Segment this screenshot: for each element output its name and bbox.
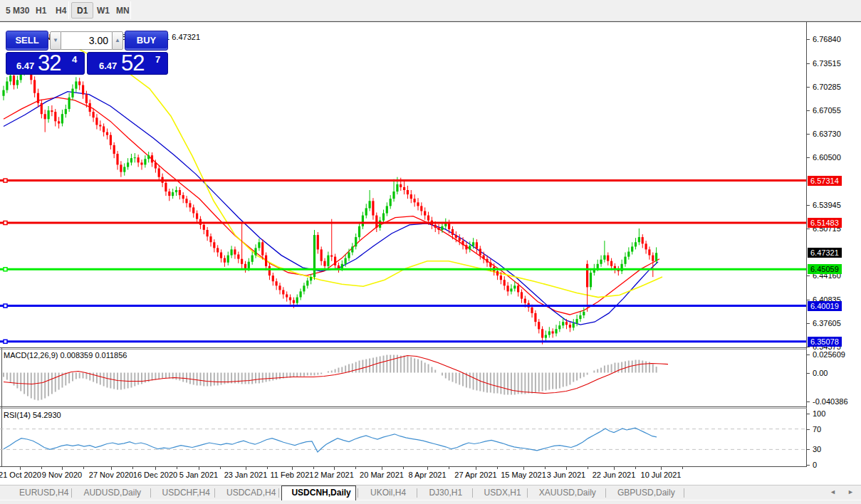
time-tick-mark-minor <box>313 467 314 469</box>
time-tick-mark-minor <box>355 467 356 469</box>
candle-body <box>545 335 547 338</box>
candle-body <box>144 159 146 164</box>
tab-separator <box>684 488 684 498</box>
tab-xauusd-daily[interactable]: XAUUSD,Daily <box>530 486 605 500</box>
candle-body <box>438 228 440 230</box>
tab-audusd-daily[interactable]: AUDUSD,Daily <box>74 486 149 500</box>
candle-body <box>631 246 633 251</box>
price-badge-6.35078: 6.35078 <box>808 337 842 347</box>
bottom-strip <box>0 500 861 504</box>
candle-body <box>579 315 581 319</box>
candle-body <box>600 260 602 264</box>
tab-dj30-h1[interactable]: DJ30,H1 <box>419 486 471 500</box>
candle-body <box>310 277 312 280</box>
price-tick-mark <box>807 87 810 88</box>
candle-body <box>365 208 367 215</box>
macd-separator-top <box>0 347 861 348</box>
candle-body <box>341 264 343 268</box>
price-tick-label: 6.70285 <box>813 83 841 91</box>
candle-body <box>638 237 640 242</box>
candle-body <box>410 194 412 199</box>
hline-anchor[interactable] <box>4 268 7 271</box>
candle-body <box>521 292 523 298</box>
candle-body <box>375 216 377 228</box>
sell-price-panel[interactable]: 6.47 32 4 <box>6 52 85 75</box>
candle-body <box>524 299 526 303</box>
rsi-tick-mark <box>807 429 810 430</box>
time-label: 8 Apr 2021 <box>408 471 446 479</box>
candle-body <box>362 216 364 226</box>
time-label: 11 Feb 2021 <box>271 471 314 479</box>
candle-body <box>452 229 454 235</box>
candle-body <box>358 226 360 237</box>
rsi-label: RSI(14) 54.2930 <box>4 411 61 419</box>
candle-body <box>538 322 540 329</box>
tab-ukoil-h4[interactable]: UKOil,H4 <box>360 486 417 500</box>
candle-body <box>41 103 43 114</box>
tab-separator <box>278 488 279 498</box>
price-tick-mark <box>807 347 810 347</box>
candle-body <box>196 214 198 219</box>
buy-price-prefix: 6.47 <box>99 61 117 71</box>
tab-scroll-right-icon[interactable]: ► <box>847 488 854 495</box>
macd-axis-label: 0.00 <box>813 369 828 377</box>
macd-tick-mark <box>807 355 810 355</box>
candle-body <box>278 285 281 290</box>
sell-button[interactable]: SELL <box>6 31 48 51</box>
hline-anchor[interactable] <box>4 304 7 308</box>
candle-body <box>645 243 647 249</box>
candle-body <box>534 313 536 322</box>
timeframe-button-h1[interactable]: H1 <box>30 2 52 19</box>
price-tick-label: 6.37605 <box>813 319 841 327</box>
sell-price-big: 32 <box>38 51 61 76</box>
time-tick-mark-minor <box>635 467 636 469</box>
candle-body <box>276 281 278 285</box>
candle-body <box>603 256 605 260</box>
tab-eurusd-h4[interactable]: EURUSD,H4 <box>10 486 71 500</box>
price-tick-label: 6.73515 <box>813 59 841 68</box>
candle-body <box>89 103 91 112</box>
time-tick-mark <box>427 467 428 470</box>
time-axis[interactable]: 21 Oct 20209 Nov 202027 Nov 202016 Dec 2… <box>0 467 806 484</box>
time-tick-mark-minor <box>177 467 177 469</box>
candle-body <box>565 322 568 325</box>
tab-separator <box>358 488 358 498</box>
tab-usdcad-h4[interactable]: USDCAD,H4 <box>217 486 278 500</box>
timeframe-button-d1[interactable]: D1 <box>71 2 93 19</box>
price-tick-mark <box>807 300 810 300</box>
time-label: 15 May 2021 <box>501 471 546 479</box>
hline-anchor[interactable] <box>4 179 7 182</box>
candle-body <box>552 331 554 333</box>
price-tick-mark <box>807 157 810 158</box>
price-axis[interactable]: 6.768406.735156.702856.670556.637306.605… <box>807 22 861 467</box>
candle-body <box>134 157 136 158</box>
candle-body <box>51 110 53 112</box>
timeframe-button-mn[interactable]: MN <box>110 2 135 19</box>
time-tick-mark <box>111 467 112 470</box>
candle-body <box>227 256 229 263</box>
time-tick-mark-minor <box>497 467 498 469</box>
tab-usdchf-h4[interactable]: USDCHF,H4 <box>153 486 214 500</box>
tab-scroll-left-icon[interactable]: ◄ <box>830 488 836 495</box>
hline-anchor[interactable] <box>4 340 7 343</box>
tab-gbpusd-daily[interactable]: GBPUSD,Daily <box>608 486 683 500</box>
volume-increase-button[interactable]: ▲ <box>112 31 123 50</box>
candle-body <box>237 255 239 259</box>
candle-body <box>48 110 50 119</box>
time-tick-mark-minor <box>588 467 588 469</box>
tab-usdx-h1[interactable]: USDX,H1 <box>475 486 526 500</box>
tab-usdcnh-daily[interactable]: USDCNH,Daily <box>281 485 356 500</box>
candle-body <box>469 246 471 249</box>
candle-body <box>586 264 588 288</box>
candle-body <box>573 323 575 327</box>
candle-body <box>13 75 15 85</box>
candle-body <box>513 285 516 288</box>
buy-button[interactable]: BUY <box>125 31 168 51</box>
volume-decrease-button[interactable]: ▼ <box>50 31 61 50</box>
candle-body <box>510 288 512 291</box>
buy-price-panel[interactable]: 6.47 52 7 <box>87 52 168 75</box>
candle-body <box>293 300 295 303</box>
volume-input[interactable]: 3.00 <box>61 31 112 50</box>
time-tick-mark <box>62 467 63 470</box>
hline-anchor[interactable] <box>4 221 7 225</box>
